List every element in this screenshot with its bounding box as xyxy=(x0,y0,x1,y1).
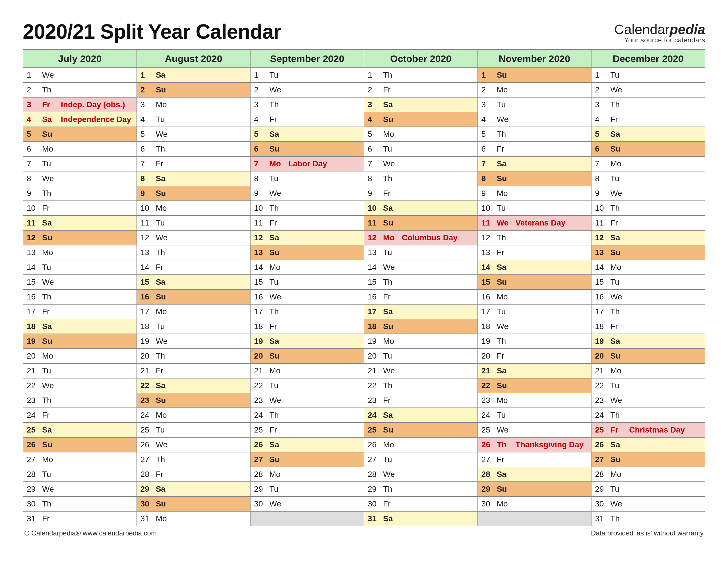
day-of-week: Sa xyxy=(497,159,513,168)
day-cell: 16Mo xyxy=(478,290,592,304)
day-of-week: We xyxy=(269,499,285,508)
day-of-week: We xyxy=(42,381,58,390)
day-number: 3 xyxy=(595,100,607,109)
day-number: 20 xyxy=(254,351,266,361)
day-of-week: Th xyxy=(383,277,399,287)
day-number: 14 xyxy=(140,263,153,272)
day-number: 7 xyxy=(140,159,153,168)
day-of-week: Su xyxy=(383,218,399,227)
day-row: 9Th9Su9We9Fr9Mo9We xyxy=(23,186,705,201)
day-cell: 22We xyxy=(23,378,137,393)
day-number: 29 xyxy=(368,484,380,494)
day-cell: 19Su xyxy=(23,334,137,349)
day-cell: 17Sa xyxy=(364,304,478,319)
day-cell: 28Mo xyxy=(250,467,364,482)
day-of-week: Th xyxy=(383,484,399,494)
day-cell: 2We xyxy=(591,83,705,97)
day-number: 26 xyxy=(368,440,380,449)
day-of-week: Mo xyxy=(497,499,513,508)
day-of-week: We xyxy=(610,499,626,508)
day-number: 20 xyxy=(368,351,380,361)
day-number: 18 xyxy=(368,322,380,331)
day-number: 8 xyxy=(368,174,380,183)
day-number: 29 xyxy=(140,484,153,494)
day-number: 24 xyxy=(481,411,494,420)
day-number: 22 xyxy=(595,381,607,390)
brand-tagline: Your source for calendars xyxy=(614,36,705,44)
day-cell: 2Su xyxy=(137,83,251,97)
day-number: 20 xyxy=(140,351,153,361)
day-of-week: Th xyxy=(269,204,285,213)
day-of-week: Tu xyxy=(42,366,58,375)
day-number: 26 xyxy=(595,440,607,449)
day-row: 15We15Sa15Tu15Th15Su15Tu xyxy=(23,275,705,290)
day-number: 11 xyxy=(368,218,380,227)
day-number: 2 xyxy=(595,85,607,94)
day-of-week: Su xyxy=(497,277,513,287)
day-of-week: Tu xyxy=(497,204,513,213)
day-number: 10 xyxy=(254,204,266,213)
day-cell: 14Sa xyxy=(478,260,592,275)
day-cell: 8Th xyxy=(364,171,478,186)
day-cell: 27Su xyxy=(591,452,705,467)
day-of-week: Tu xyxy=(383,144,399,153)
day-number: 4 xyxy=(254,115,266,124)
day-of-week: Th xyxy=(383,174,399,183)
day-of-week: We xyxy=(156,130,172,139)
day-number: 13 xyxy=(254,248,266,257)
day-cell: 13Tu xyxy=(364,245,478,260)
day-of-week: Su xyxy=(42,233,58,242)
day-of-week: Tu xyxy=(269,484,285,494)
day-cell: 10Tu xyxy=(478,201,592,216)
day-number: 8 xyxy=(254,174,266,183)
day-cell: 5We xyxy=(137,127,251,142)
day-cell: 23Su xyxy=(137,393,251,408)
day-number: 11 xyxy=(595,218,607,227)
day-of-week: Mo xyxy=(42,144,58,153)
day-of-week: Su xyxy=(497,381,513,390)
day-cell: 7Mo xyxy=(591,156,705,171)
day-cell: 14Mo xyxy=(250,260,364,275)
day-number: 20 xyxy=(481,351,494,361)
header: 2020/21 Split Year Calendar Calendarpedi… xyxy=(23,20,705,44)
day-cell: 18Fr xyxy=(250,319,364,334)
day-number: 3 xyxy=(481,100,494,109)
day-number: 7 xyxy=(27,159,39,168)
day-of-week: Fr xyxy=(42,100,58,109)
day-of-week: Su xyxy=(269,351,285,361)
day-number: 24 xyxy=(27,411,39,420)
day-cell: 22Tu xyxy=(250,378,364,393)
day-cell: 20Su xyxy=(250,349,364,363)
day-of-week: Sa xyxy=(497,366,513,375)
day-of-week: Th xyxy=(610,514,626,523)
day-cell: 12Th xyxy=(478,230,592,245)
day-number: 31 xyxy=(368,514,380,523)
day-number: 6 xyxy=(27,144,39,153)
day-of-week: Sa xyxy=(269,130,285,139)
footer-left: © Calendarpedia® www.calendarpedia.com xyxy=(24,529,157,537)
day-cell: 6Tu xyxy=(364,142,478,156)
day-of-week: We xyxy=(383,470,399,479)
day-of-week: Tu xyxy=(610,484,626,494)
day-of-week: Mo xyxy=(497,292,513,302)
day-of-week: Su xyxy=(497,484,513,494)
day-number: 17 xyxy=(595,307,607,316)
day-of-week: Tu xyxy=(610,277,626,287)
day-number: 26 xyxy=(254,440,266,449)
day-of-week: Mo xyxy=(156,411,172,420)
day-of-week: Mo xyxy=(497,189,513,198)
day-number: 24 xyxy=(254,411,266,420)
day-cell: 21Mo xyxy=(591,363,705,378)
day-of-week: Tu xyxy=(269,174,285,183)
day-number: 5 xyxy=(595,130,607,139)
day-of-week: Tu xyxy=(383,248,399,257)
day-of-week: We xyxy=(610,189,626,198)
day-cell: 26Su xyxy=(23,437,137,452)
day-cell: 30Fr xyxy=(364,496,478,511)
day-cell: 9Th xyxy=(23,186,137,201)
day-cell: 11Su xyxy=(364,216,478,230)
day-of-week: Th xyxy=(383,71,399,80)
day-of-week: Sa xyxy=(610,130,626,139)
day-of-week: Sa xyxy=(610,337,626,346)
day-cell: 21Fr xyxy=(137,363,251,378)
